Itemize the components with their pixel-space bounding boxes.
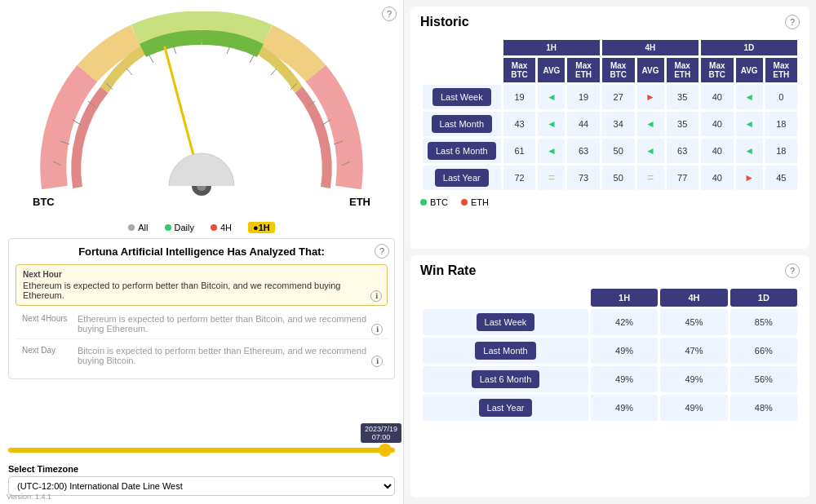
h1h-ly-eth: 73 (567, 166, 599, 190)
ai-help-icon[interactable]: ? (375, 244, 389, 259)
h1h-lw-eth: 19 (567, 85, 599, 109)
tf-daily-label: Daily (175, 223, 194, 232)
svg-line-14 (250, 55, 254, 63)
ai-next-hour-label: Next Hour (23, 270, 380, 279)
gauge-svg (22, 8, 381, 204)
tf-all-dot (128, 224, 135, 231)
h4h-btc: Max BTC (602, 58, 635, 82)
svg-line-6 (149, 55, 153, 63)
ai-next-hour: Next Hour Ethereum is expected to perfor… (16, 264, 388, 306)
h1d-l6m-avg: ◄ (744, 145, 754, 157)
ai-next-4hours: Next 4Hours Ethereum is expected to perf… (16, 309, 388, 339)
h1h-eth: Max ETH (567, 58, 599, 82)
historic-row-last6month: Last 6 Month 61 ◄ 63 50 ◄ 63 40 ◄ 18 (423, 139, 797, 163)
ai-next-4hours-label: Next 4Hours (22, 314, 71, 323)
tf-daily[interactable]: Daily (165, 222, 194, 233)
wr-lm-1h: 49% (591, 338, 658, 364)
ai-next-day: Next Day Bitcoin is expected to perform … (16, 341, 388, 370)
wr-lastweek-row: Last Week 42% 45% 85% (423, 309, 797, 335)
wr-lm-4h: 47% (660, 338, 727, 364)
h1d-btc: Max BTC (701, 58, 734, 82)
winrate-help-icon[interactable]: ? (785, 263, 800, 278)
h1d-header: 1D (701, 40, 797, 55)
ai-day-info[interactable]: ℹ (371, 356, 383, 367)
svg-line-5 (126, 69, 132, 75)
h1d-lm-btc: 40 (701, 112, 734, 136)
eth-legend-dot (461, 199, 468, 206)
tf-4h-dot (211, 224, 217, 231)
h1h-lm-avg: ◄ (547, 118, 557, 130)
h4h-l6m-btc: 50 (602, 139, 635, 163)
h4h-lm-avg: ◄ (645, 118, 655, 130)
wr-lastweek-btn[interactable]: Last Week (477, 313, 535, 331)
h1d-ly-eth: 45 (765, 166, 797, 190)
timeline-date: 2023/7/19 (365, 425, 397, 433)
historic-title: Historic (420, 15, 800, 29)
btc-eth-legend: BTC ETH (420, 197, 800, 207)
version-label: Version: 1.4.1 (7, 493, 51, 501)
historic-table: 1H 4H 1D Max BTC AVG Max ETH Max BTC AVG… (420, 38, 800, 192)
historic-help-icon[interactable]: ? (785, 15, 800, 29)
tf-1h[interactable]: ●1H (248, 222, 275, 233)
wr-ly-1d: 48% (730, 395, 797, 421)
h1d-l6m-btc: 40 (701, 139, 734, 163)
ai-next-hour-info[interactable]: ℹ (370, 290, 382, 302)
winrate-table: 1H 4H 1D Last Week 42% 45% 85% Last Mont… (420, 286, 800, 423)
h1d-ly-btc: 40 (701, 166, 734, 190)
wr-ly-4h: 49% (660, 395, 727, 421)
tf-4h[interactable]: 4H (211, 222, 232, 233)
h1h-lm-btc: 43 (503, 112, 536, 136)
wr-l6m-4h: 49% (660, 366, 727, 392)
h1h-ly-btc: 72 (503, 166, 536, 190)
wr-lastmonth-row: Last Month 49% 47% 66% (423, 338, 797, 364)
tf-all[interactable]: All (128, 222, 148, 233)
wr-l6m-1h: 49% (591, 366, 658, 392)
eth-legend-label: ETH (471, 197, 489, 207)
wr-ly-1h: 49% (591, 395, 658, 421)
timezone-select[interactable]: (UTC-12:00) International Date Line West (8, 476, 395, 496)
ai-4hours-info[interactable]: ℹ (371, 324, 383, 335)
h4h-ly-eth: 77 (667, 166, 698, 190)
gauge-container: 3 (8, 8, 395, 220)
h1h-l6m-btc: 61 (503, 139, 536, 163)
h4h-eth: Max ETH (667, 58, 698, 82)
h1d-lm-avg: ◄ (744, 118, 754, 130)
h1d-lm-eth: 18 (765, 112, 797, 136)
ai-next-4hours-text: Ethereum is expected to perform better t… (78, 314, 381, 334)
h1h-lm-eth: 44 (567, 112, 599, 136)
ai-title: Fortuna Artificial Intelligence Has Anal… (16, 245, 388, 258)
h1h-lw-btc: 19 (503, 85, 536, 109)
h1h-header: 1H (503, 40, 600, 55)
wr-lm-1d: 66% (730, 338, 797, 364)
svg-line-13 (271, 69, 277, 75)
h1d-ly-avg: ► (744, 172, 754, 183)
wr-lastyear-row: Last Year 49% 49% 48% (423, 395, 797, 421)
h1h-avg: AVG (538, 58, 565, 82)
h4h-lw-eth: 35 (667, 85, 698, 109)
timeframe-row: All Daily 4H ●1H (8, 222, 395, 233)
wr-last6month-btn[interactable]: Last 6 Month (472, 370, 540, 388)
ai-next-hour-text: Ethereum is expected to perform better t… (23, 281, 380, 300)
last6month-btn[interactable]: Last 6 Month (428, 142, 496, 160)
wr-lastyear-btn[interactable]: Last Year (479, 399, 533, 417)
h1h-ly-avg: = (548, 171, 555, 184)
h4h-lm-eth: 35 (667, 112, 698, 136)
right-panel: Historic ? 1H 4H 1D Max BTC AVG Max ETH … (404, 0, 816, 504)
h4h-avg: AVG (637, 58, 664, 82)
lastyear-btn[interactable]: Last Year (435, 169, 489, 187)
wr-1h-header: 1H (591, 289, 658, 307)
historic-row-lastyear: Last Year 72 = 73 50 = 77 40 ► 45 (423, 166, 797, 190)
h1d-lw-btc: 40 (701, 85, 734, 109)
wr-lw-1d: 85% (730, 309, 797, 335)
lastmonth-btn[interactable]: Last Month (432, 115, 492, 133)
h1d-avg: AVG (736, 58, 763, 82)
h4h-lm-btc: 34 (602, 112, 635, 136)
wr-lastmonth-btn[interactable]: Last Month (475, 342, 535, 360)
tf-4h-label: 4H (220, 223, 232, 232)
lastweek-btn[interactable]: Last Week (432, 88, 491, 106)
h4h-l6m-avg: ◄ (645, 145, 655, 157)
h1d-lw-eth: 0 (765, 85, 797, 109)
h4h-l6m-eth: 63 (667, 139, 698, 163)
h4h-ly-btc: 50 (602, 166, 635, 190)
h1h-lw-avg: ◄ (547, 91, 557, 103)
